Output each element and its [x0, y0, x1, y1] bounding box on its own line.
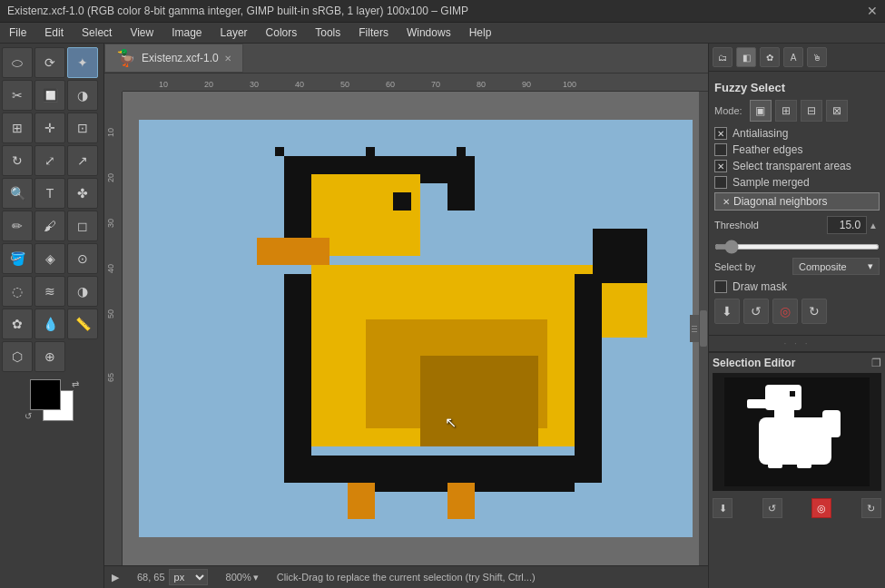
- action-download-btn[interactable]: ⬇: [714, 299, 740, 324]
- se-footer-btn-3[interactable]: ◎: [811, 498, 831, 518]
- svg-rect-22: [284, 274, 311, 465]
- tool-text[interactable]: T: [34, 178, 65, 209]
- mode-btn-add[interactable]: ⊞: [775, 100, 797, 122]
- select-by-dropdown[interactable]: Composite ▾: [792, 258, 880, 275]
- canvas-viewport[interactable]: ↖: [123, 92, 708, 565]
- canvas-scroll-v[interactable]: [699, 92, 708, 565]
- mode-btn-replace[interactable]: ▣: [750, 100, 772, 122]
- tool-by-color[interactable]: 🔲: [34, 80, 65, 111]
- tool-foreground-select[interactable]: ◑: [67, 80, 98, 111]
- menu-item-select[interactable]: Select: [73, 23, 121, 43]
- selection-editor-title: Selection Editor: [713, 357, 795, 369]
- color-swatches: ⇄ ↺: [25, 379, 79, 421]
- threshold-label: Threshold: [714, 220, 827, 230]
- sample-merged-checkbox[interactable]: [714, 176, 727, 189]
- panel-icon-paths[interactable]: ✿: [760, 47, 780, 67]
- selection-editor: Selection Editor ❐: [709, 352, 885, 588]
- mode-btn-intersect[interactable]: ⊠: [826, 100, 848, 122]
- toolbox: ⬭ ⟳ ✦ ✂ 🔲 ◑ ⊞ ✛ ⊡ ↻ ⤢ ↗ 🔍 T ✤ ✏ 🖌 ◻: [0, 44, 104, 588]
- canvas-area: 🦆 Existenz.xcf-1.0 ✕ 10 20 30 40 50 60 7…: [104, 44, 708, 588]
- foreground-color-swatch[interactable]: [30, 379, 61, 410]
- tool-fill[interactable]: 🪣: [2, 243, 33, 274]
- tool-measure[interactable]: 📏: [67, 309, 98, 339]
- diagonal-neighbors-badge[interactable]: ✕ Diagonal neighbors: [714, 192, 880, 211]
- se-footer-btn-2[interactable]: ↺: [762, 498, 782, 518]
- tool-ink[interactable]: ◈: [34, 243, 65, 274]
- tool-shear[interactable]: ↗: [67, 145, 98, 176]
- panel-icon-device[interactable]: 🖱: [807, 47, 827, 67]
- drag-handle-v[interactable]: [690, 315, 699, 342]
- tool-move[interactable]: ✛: [34, 113, 65, 143]
- menu-item-image[interactable]: Image: [162, 23, 211, 43]
- reset-colors-icon[interactable]: ↺: [25, 411, 32, 421]
- tool-row-6: ✏ 🖌 ◻: [2, 211, 102, 241]
- threshold-value-display: 15.0: [827, 216, 867, 234]
- menu-item-filters[interactable]: Filters: [349, 23, 398, 43]
- tool-blur[interactable]: ◌: [2, 276, 33, 307]
- select-transparent-row: Select transparent areas: [714, 160, 880, 172]
- tool-ellipse[interactable]: ⬭: [2, 47, 33, 78]
- panel-icon-undo[interactable]: A: [783, 47, 803, 67]
- menu-item-colors[interactable]: Colors: [257, 23, 307, 43]
- panel-icon-channels[interactable]: ◧: [736, 47, 756, 67]
- selection-editor-expand-icon[interactable]: ❐: [871, 357, 881, 369]
- tool-extra1[interactable]: ⬡: [2, 341, 33, 372]
- menu-item-help[interactable]: Help: [460, 23, 501, 43]
- canvas-tab-item[interactable]: 🦆 Existenz.xcf-1.0 ✕: [104, 44, 243, 73]
- panel-icon-layers[interactable]: 🗂: [713, 47, 733, 67]
- tool-align[interactable]: ⊞: [2, 113, 33, 143]
- tool-rotate[interactable]: ↻: [2, 145, 33, 176]
- swap-colors-icon[interactable]: ⇄: [72, 379, 79, 389]
- se-footer-btn-1[interactable]: ⬇: [713, 498, 733, 518]
- mode-btn-subtract[interactable]: ⊟: [801, 100, 822, 122]
- tool-eraser[interactable]: ◻: [67, 211, 98, 241]
- canvas-tab-close[interactable]: ✕: [224, 54, 231, 64]
- menu-item-edit[interactable]: Edit: [35, 23, 73, 43]
- status-bar-icon: ▶: [112, 572, 119, 583]
- unit-select[interactable]: px in mm: [169, 569, 208, 585]
- threshold-row: Threshold 15.0 ▲: [714, 216, 880, 234]
- tool-scale[interactable]: ⤢: [34, 145, 65, 176]
- action-refresh-btn[interactable]: ↺: [743, 299, 769, 324]
- antialiasing-checkbox[interactable]: [714, 127, 727, 140]
- feather-edges-checkbox[interactable]: [714, 143, 727, 156]
- draw-mask-checkbox[interactable]: [714, 280, 727, 293]
- tool-row-1: ⬭ ⟳ ✦: [2, 47, 102, 78]
- right-panel: 🗂 ◧ ✿ A 🖱 Fuzzy Select Mode: ▣ ⊞ ⊟ ⊠ Ant…: [708, 44, 885, 588]
- menu-item-view[interactable]: View: [121, 23, 162, 43]
- menu-item-windows[interactable]: Windows: [398, 23, 460, 43]
- tool-crop[interactable]: ⊡: [67, 113, 98, 143]
- se-footer-btn-4[interactable]: ↻: [861, 498, 881, 518]
- close-button[interactable]: ✕: [867, 4, 878, 18]
- tool-clone[interactable]: ⊙: [67, 243, 98, 274]
- tool-dodge[interactable]: ◑: [67, 276, 98, 307]
- threshold-slider[interactable]: [714, 244, 880, 250]
- threshold-spin-up[interactable]: ▲: [867, 220, 880, 230]
- menu-item-layer[interactable]: Layer: [211, 23, 257, 43]
- zoom-control[interactable]: 800% ▾: [226, 572, 259, 583]
- menu-item-file[interactable]: File: [0, 23, 35, 43]
- tool-fuzzy-select[interactable]: ✦: [67, 47, 98, 78]
- svg-rect-24: [284, 456, 602, 483]
- zoom-dropdown-icon[interactable]: ▾: [253, 572, 259, 583]
- tool-free-select[interactable]: ⟳: [34, 47, 65, 78]
- tool-color-picker[interactable]: 💧: [34, 309, 65, 339]
- tool-scissors[interactable]: ✂: [2, 80, 33, 111]
- svg-rect-4: [447, 156, 475, 211]
- tool-row-5: 🔍 T ✤: [2, 178, 102, 209]
- tool-heal[interactable]: ✤: [67, 178, 98, 209]
- drag-handle[interactable]: · · ·: [709, 335, 885, 352]
- feather-edges-label: Feather edges: [733, 143, 802, 156]
- tool-smudge[interactable]: ≋: [34, 276, 65, 307]
- tool-paintbrush[interactable]: 🖌: [34, 211, 65, 241]
- tool-zoom[interactable]: 🔍: [2, 178, 33, 209]
- tool-pencil[interactable]: ✏: [2, 211, 33, 241]
- action-undo-btn[interactable]: ↻: [801, 299, 827, 324]
- action-reset-btn[interactable]: ◎: [772, 299, 798, 324]
- select-transparent-checkbox[interactable]: [714, 160, 727, 172]
- select-by-value: Composite: [799, 261, 847, 272]
- tool-paths[interactable]: ✿: [2, 309, 33, 339]
- tool-extra2[interactable]: ⊕: [34, 341, 65, 372]
- menu-item-tools[interactable]: Tools: [306, 23, 349, 43]
- fuzzy-select-title: Fuzzy Select: [714, 81, 880, 94]
